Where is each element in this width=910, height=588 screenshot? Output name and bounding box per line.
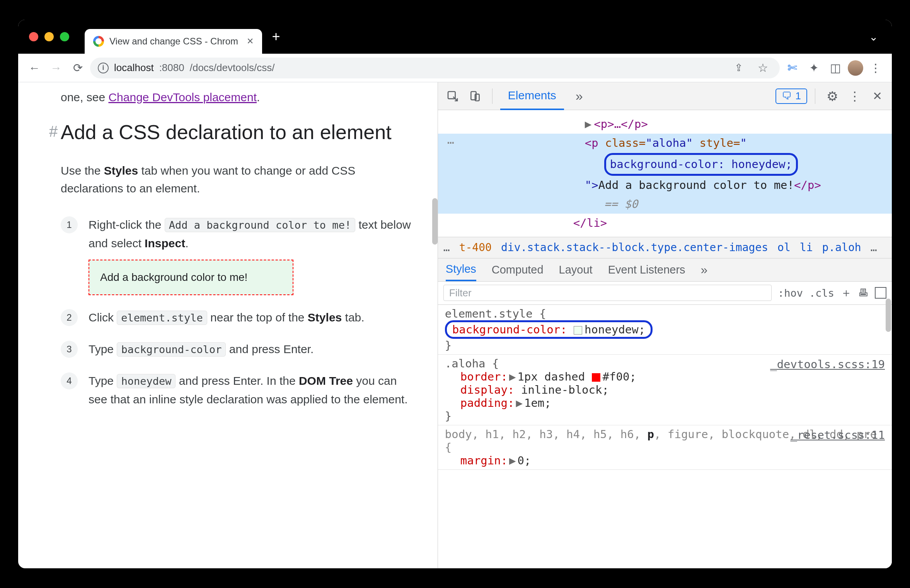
- expand-tri-icon[interactable]: ▶: [516, 396, 522, 410]
- expand-tri-icon[interactable]: ▶: [509, 454, 516, 467]
- inline-style-val: background-color: honeydew;: [610, 158, 792, 171]
- lead-bold: Styles: [104, 164, 138, 177]
- source-link-devtools[interactable]: _devtools.scss:19: [770, 358, 885, 371]
- styles-tab[interactable]: Styles: [446, 258, 476, 281]
- tab-list-chevron-icon[interactable]: ⌄: [869, 31, 878, 43]
- minimize-window-button[interactable]: [44, 32, 54, 41]
- crumb-more[interactable]: …: [871, 241, 877, 254]
- demo-highlight-box[interactable]: Add a background color to me!: [89, 260, 293, 296]
- prop-bg[interactable]: background-color:: [452, 323, 567, 336]
- source-link-reset[interactable]: _reset.scss:11: [791, 428, 885, 442]
- hov-toggle[interactable]: :hov: [778, 287, 803, 299]
- maximize-window-button[interactable]: [60, 32, 69, 41]
- dom-li-close[interactable]: </li>: [438, 214, 892, 233]
- print-media-icon[interactable]: 🖶: [858, 287, 869, 299]
- url-port: :8080: [159, 62, 184, 74]
- reload-button[interactable]: ⟳: [68, 59, 87, 77]
- sidepanel-icon[interactable]: ◫: [826, 59, 845, 77]
- val-padding[interactable]: 1em;: [524, 396, 551, 410]
- prop-display[interactable]: display:: [445, 383, 515, 396]
- attr-style: style=: [693, 136, 740, 150]
- page-scrollbar-thumb[interactable]: [432, 198, 438, 245]
- profile-avatar[interactable]: [848, 60, 863, 76]
- crumb-li[interactable]: li: [800, 241, 813, 254]
- val-honeydew[interactable]: honeydew;: [585, 323, 645, 336]
- settings-gear-icon[interactable]: ⚙: [823, 87, 842, 105]
- devtools-kebab-icon[interactable]: ⋮: [845, 87, 864, 105]
- gutter-ellipsis-icon[interactable]: ⋯: [447, 133, 455, 152]
- dom-selected-node[interactable]: <p class="aloha" style=" background-colo…: [438, 134, 892, 214]
- tag-close: </p>: [794, 178, 821, 192]
- device-toggle-icon[interactable]: [466, 87, 484, 105]
- dom-breadcrumb[interactable]: … t-400 div.stack.stack--block.type.cent…: [438, 237, 892, 258]
- more-tabs-chevron-icon[interactable]: »: [568, 82, 591, 110]
- brace-close: }: [445, 339, 885, 352]
- dom-line-collapsed[interactable]: ▶<p>…</p>: [438, 115, 892, 134]
- s2-bold: Styles: [308, 311, 342, 324]
- event-listeners-tab[interactable]: Event Listeners: [608, 263, 685, 276]
- bookmark-star-icon[interactable]: ☆: [753, 59, 772, 77]
- scissors-extension-icon[interactable]: ✄: [783, 59, 801, 77]
- lead-1: Use the: [61, 164, 104, 177]
- val-border-a[interactable]: 1px dashed: [518, 370, 592, 383]
- page-heading: Add a CSS declaration to an element: [61, 120, 414, 145]
- site-info-icon[interactable]: i: [98, 63, 109, 73]
- layout-tab[interactable]: Layout: [559, 263, 593, 276]
- s4-a: Type: [89, 374, 117, 387]
- inspect-element-icon[interactable]: [443, 87, 462, 105]
- new-tab-button[interactable]: +: [267, 27, 285, 46]
- crumb-dots[interactable]: …: [443, 241, 450, 254]
- rule-element-style[interactable]: element.style { background-color: honeyd…: [438, 305, 892, 355]
- rule-reset[interactable]: _reset.scss:11 body, h1, h2, h3, h4, h5,…: [438, 425, 892, 470]
- css-rules[interactable]: element.style { background-color: honeyd…: [438, 305, 892, 568]
- elements-tab[interactable]: Elements: [500, 83, 564, 110]
- val-margin[interactable]: 0;: [518, 454, 531, 467]
- tag-open: <p: [585, 136, 598, 150]
- address-bar[interactable]: i localhost:8080/docs/devtools/css/ ⇪ ☆: [90, 58, 780, 78]
- prop-margin[interactable]: margin:: [445, 454, 508, 467]
- computed-tab[interactable]: Computed: [492, 263, 544, 276]
- more-styles-tabs-icon[interactable]: »: [701, 263, 708, 277]
- issues-badge[interactable]: 🗨 1: [775, 88, 807, 104]
- forward-button[interactable]: →: [47, 59, 65, 77]
- color-swatch-honeydew-icon[interactable]: [574, 326, 582, 335]
- back-button[interactable]: ←: [25, 59, 44, 77]
- crumb-div[interactable]: div.stack.stack--block.type.center-image…: [501, 241, 768, 254]
- intro-line: one, see Change DevTools placement.: [61, 88, 414, 107]
- computed-sidebar-toggle-icon[interactable]: [875, 287, 886, 299]
- browser-tab[interactable]: View and change CSS - Chrom ✕: [85, 29, 262, 54]
- share-icon[interactable]: ⇪: [729, 59, 748, 77]
- chrome-menu-icon[interactable]: ⋮: [866, 59, 885, 77]
- tab-strip: View and change CSS - Chrom ✕ + ⌄: [18, 20, 892, 54]
- crumb-p[interactable]: p.aloh: [822, 241, 861, 254]
- change-placement-link[interactable]: Change DevTools placement: [108, 91, 257, 104]
- step-4: 4 Type honeydew and press Enter. In the …: [61, 372, 414, 409]
- devtools-scrollbar-thumb[interactable]: [886, 299, 891, 332]
- styles-filter-input[interactable]: Filter: [443, 285, 772, 301]
- dom-tree[interactable]: ⋯ ▶<p>…</p> <p class="aloha" style=" bac…: [438, 110, 892, 237]
- close-window-button[interactable]: [29, 32, 38, 41]
- prop-padding[interactable]: padding:: [445, 396, 515, 410]
- color-swatch-red-icon[interactable]: [592, 373, 600, 382]
- message-icon: 🗨: [782, 90, 792, 102]
- expand-tri-icon[interactable]: ▶: [509, 370, 516, 383]
- attr-class: class=: [598, 136, 646, 150]
- lead-paragraph: Use the Styles tab when you want to chan…: [61, 162, 414, 198]
- heading-anchor-hash-icon[interactable]: #: [49, 123, 58, 140]
- intro-prefix: one, see: [61, 91, 108, 104]
- crumb-t400[interactable]: t-400: [459, 241, 492, 254]
- new-style-rule-icon[interactable]: ＋: [840, 285, 852, 301]
- expand-arrow-icon[interactable]: ▶: [585, 117, 591, 131]
- cls-toggle[interactable]: .cls: [809, 287, 834, 299]
- window-controls: [29, 32, 69, 41]
- val-display[interactable]: inline-block;: [521, 383, 609, 396]
- devtools-close-icon[interactable]: ✕: [868, 87, 886, 105]
- close-tab-icon[interactable]: ✕: [247, 36, 254, 46]
- s4-code: honeydew: [117, 374, 176, 388]
- val-border-b[interactable]: #f00;: [603, 370, 636, 383]
- page-viewport[interactable]: one, see Change DevTools placement. # Ad…: [18, 82, 438, 568]
- crumb-ol[interactable]: ol: [777, 241, 791, 254]
- extensions-puzzle-icon[interactable]: ✦: [804, 59, 823, 77]
- rule-aloha[interactable]: _devtools.scss:19 .aloha { border:▶1px d…: [438, 355, 892, 425]
- prop-border[interactable]: border:: [445, 370, 508, 383]
